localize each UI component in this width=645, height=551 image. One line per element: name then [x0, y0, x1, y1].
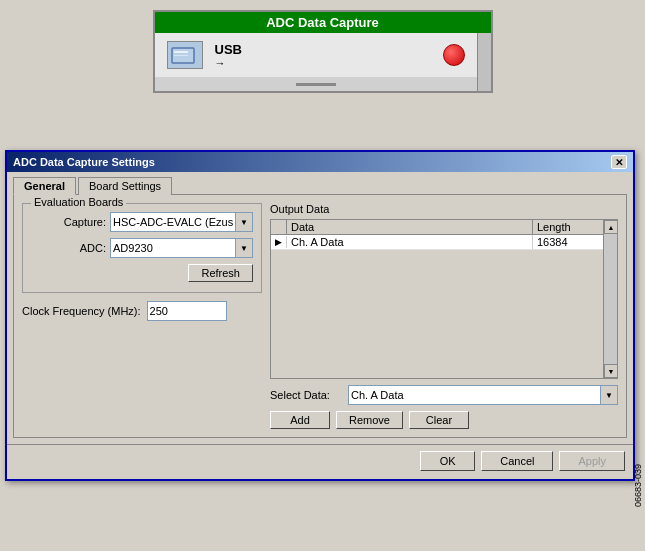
usb-icon — [167, 41, 203, 69]
output-table-header: Data Length — [271, 220, 603, 235]
adc-settings-dialog: ADC Data Capture Settings ✕ General Boar… — [5, 150, 635, 481]
refresh-row: Refresh — [31, 264, 253, 282]
apply-button[interactable]: Apply — [559, 451, 625, 471]
adc-label: ADC: — [31, 242, 106, 254]
select-data-label: Select Data: — [270, 389, 342, 401]
adc-row: ADC: AD9230 ▼ — [31, 238, 253, 258]
output-buttons-row: Add Remove Clear — [270, 411, 618, 429]
preview-scrollbar — [477, 33, 491, 91]
capture-label: Capture: — [31, 216, 106, 228]
row-data-cell: Ch. A Data — [287, 235, 533, 249]
tab-bar: General Board Settings — [7, 172, 633, 194]
status-led — [443, 44, 465, 66]
preview-title: ADC Data Capture — [155, 12, 491, 33]
output-table: Data Length ▶ Ch. A Data 16384 — [271, 220, 603, 378]
clock-freq-row: Clock Frequency (MHz): — [22, 301, 262, 321]
usb-arrow: → — [215, 57, 242, 69]
data-col-header: Data — [287, 220, 533, 234]
capture-row: Capture: HSC-ADC-EVALC (Ezusb-0) ▼ — [31, 212, 253, 232]
adc-select[interactable]: AD9230 — [110, 238, 253, 258]
row-length-cell: 16384 — [533, 235, 603, 249]
scroll-up-button[interactable]: ▲ — [604, 220, 618, 234]
left-panel: Evaluation Boards Capture: HSC-ADC-EVALC… — [22, 203, 262, 429]
svg-rect-2 — [174, 55, 188, 56]
dialog-titlebar: ADC Data Capture Settings ✕ — [7, 152, 633, 172]
output-scrollbar: ▲ ▼ — [603, 220, 617, 378]
preview-title-text: ADC Data Capture — [266, 15, 379, 30]
usb-label: USB → — [215, 42, 242, 69]
clock-freq-input[interactable] — [147, 301, 227, 321]
side-label: 06683-039 — [631, 460, 645, 511]
preview-bottom-bar — [155, 77, 477, 91]
select-data-row: Select Data: Ch. A Data ▼ — [270, 385, 618, 405]
close-icon: ✕ — [615, 157, 623, 168]
clear-button[interactable]: Clear — [409, 411, 469, 429]
output-table-body: ▶ Ch. A Data 16384 — [271, 235, 603, 250]
dialog-close-button[interactable]: ✕ — [611, 155, 627, 169]
evaluation-boards-group: Evaluation Boards Capture: HSC-ADC-EVALC… — [22, 203, 262, 293]
clock-freq-label: Clock Frequency (MHz): — [22, 305, 141, 317]
output-data-header: Output Data — [270, 203, 618, 215]
dialog-title-text: ADC Data Capture Settings — [13, 156, 155, 168]
usb-text: USB — [215, 42, 242, 57]
length-col-header: Length — [533, 220, 603, 234]
svg-rect-1 — [174, 51, 188, 53]
preview-body: USB → — [155, 33, 477, 77]
right-panel: Output Data Data Length ▶ Ch. A Data — [270, 203, 618, 429]
tab-general-label: General — [24, 180, 65, 192]
tab-board-settings-label: Board Settings — [89, 180, 161, 192]
top-preview: ADC Data Capture USB → — [0, 0, 645, 101]
scroll-thumb — [604, 234, 617, 364]
bottom-bar-line — [296, 83, 336, 86]
ok-button[interactable]: OK — [420, 451, 475, 471]
remove-button[interactable]: Remove — [336, 411, 403, 429]
capture-select-wrapper: HSC-ADC-EVALC (Ezusb-0) ▼ — [110, 212, 253, 232]
select-data-select-wrapper: Ch. A Data ▼ — [348, 385, 618, 405]
cancel-button[interactable]: Cancel — [481, 451, 553, 471]
table-row[interactable]: ▶ Ch. A Data 16384 — [271, 235, 603, 250]
expand-col-header — [271, 220, 287, 234]
scroll-down-button[interactable]: ▼ — [604, 364, 618, 378]
capture-select[interactable]: HSC-ADC-EVALC (Ezusb-0) — [110, 212, 253, 232]
add-button[interactable]: Add — [270, 411, 330, 429]
dialog-bottom: OK Cancel Apply — [7, 444, 633, 479]
output-table-wrapper: Data Length ▶ Ch. A Data 16384 ▲ — [270, 219, 618, 379]
select-data-select[interactable]: Ch. A Data — [348, 385, 618, 405]
adc-select-wrapper: AD9230 ▼ — [110, 238, 253, 258]
refresh-button[interactable]: Refresh — [188, 264, 253, 282]
preview-box: ADC Data Capture USB → — [153, 10, 493, 93]
tab-general[interactable]: General — [13, 177, 76, 195]
tab-content: Evaluation Boards Capture: HSC-ADC-EVALC… — [13, 194, 627, 438]
expand-icon: ▶ — [271, 236, 287, 248]
tab-board-settings[interactable]: Board Settings — [78, 177, 172, 195]
evaluation-boards-legend: Evaluation Boards — [31, 196, 126, 208]
